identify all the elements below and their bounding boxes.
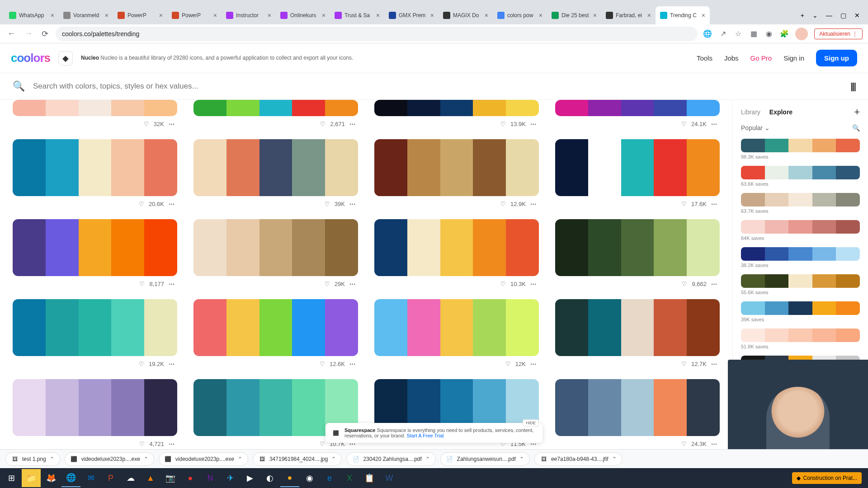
- color-swatch[interactable]: [13, 219, 46, 276]
- color-swatch[interactable]: [259, 100, 292, 116]
- color-swatch[interactable]: [440, 100, 473, 116]
- ad-hide-button[interactable]: HIDE: [523, 419, 539, 427]
- color-swatch[interactable]: [292, 299, 325, 356]
- sidebar-palette-item[interactable]: 39K saves: [741, 301, 860, 322]
- more-icon[interactable]: ⋯: [711, 121, 718, 127]
- sidebar-palette-item[interactable]: 55.6K saves: [741, 274, 860, 295]
- extension-icon-2[interactable]: ◉: [764, 29, 774, 38]
- palette-swatches[interactable]: [13, 299, 177, 356]
- chevron-icon[interactable]: ⌃: [50, 456, 54, 462]
- color-swatch[interactable]: [621, 139, 654, 196]
- color-swatch[interactable]: [144, 139, 177, 196]
- sidebar-swatches[interactable]: [741, 247, 860, 261]
- color-swatch[interactable]: [687, 379, 720, 436]
- tb-word[interactable]: W: [380, 469, 399, 487]
- color-swatch[interactable]: [741, 301, 765, 315]
- color-swatch[interactable]: [788, 139, 812, 152]
- browser-tab[interactable]: WhatsApp×: [5, 6, 59, 24]
- browser-tab[interactable]: Onlinekurs×: [276, 6, 330, 24]
- color-swatch[interactable]: [812, 193, 836, 206]
- palette-swatches[interactable]: [13, 139, 177, 196]
- tab-close-icon[interactable]: ×: [213, 12, 217, 19]
- color-swatch[interactable]: [765, 274, 789, 288]
- browser-tab[interactable]: Instructor×: [222, 6, 276, 24]
- color-swatch[interactable]: [193, 100, 226, 116]
- profile-avatar[interactable]: [795, 28, 808, 40]
- window-minimize[interactable]: —: [826, 12, 832, 19]
- coolors-logo[interactable]: coolors: [11, 51, 50, 65]
- color-swatch[interactable]: [741, 193, 765, 206]
- color-swatch[interactable]: [13, 379, 46, 436]
- color-swatch[interactable]: [588, 219, 621, 276]
- heart-icon[interactable]: ♡: [325, 281, 330, 287]
- tb-outlook[interactable]: ✉: [81, 469, 100, 487]
- color-swatch[interactable]: [765, 247, 789, 261]
- nav-gopro[interactable]: Go Pro: [750, 54, 772, 62]
- color-swatch[interactable]: [144, 379, 177, 436]
- color-swatch[interactable]: [226, 139, 259, 196]
- color-swatch[interactable]: [325, 100, 358, 116]
- sidebar-tab-explore[interactable]: Explore: [769, 108, 793, 116]
- sidebar-swatches[interactable]: [741, 274, 860, 288]
- color-swatch[interactable]: [836, 328, 860, 342]
- browser-tab[interactable]: Voranmeld×: [59, 6, 113, 24]
- chevron-icon[interactable]: ⌃: [612, 456, 617, 462]
- search-input[interactable]: [33, 82, 842, 91]
- browser-tab[interactable]: Farbrad, ei×: [601, 6, 656, 24]
- color-swatch[interactable]: [812, 166, 836, 179]
- color-swatch[interactable]: [788, 328, 812, 342]
- color-swatch[interactable]: [440, 139, 473, 196]
- more-icon[interactable]: ⋯: [169, 281, 175, 287]
- palette-swatches[interactable]: [193, 139, 358, 196]
- chevron-icon[interactable]: ⌃: [425, 456, 430, 462]
- palette-swatches[interactable]: [13, 379, 177, 436]
- sidebar-palette-item[interactable]: 51.8K saves: [741, 328, 860, 349]
- browser-tab[interactable]: Trending C×: [656, 6, 710, 24]
- palette-swatches[interactable]: [193, 100, 358, 116]
- palette-swatches[interactable]: [555, 139, 720, 196]
- color-swatch[interactable]: [654, 219, 687, 276]
- chevron-icon[interactable]: ⌃: [519, 456, 524, 462]
- color-swatch[interactable]: [46, 299, 79, 356]
- heart-icon[interactable]: ♡: [500, 121, 506, 127]
- sidebar-tab-library[interactable]: Library: [741, 108, 760, 116]
- heart-icon[interactable]: ♡: [505, 361, 511, 367]
- color-swatch[interactable]: [788, 301, 812, 315]
- download-item[interactable]: 🖼ee7a180a-b948-43....jfif⌃: [534, 452, 623, 466]
- color-swatch[interactable]: [741, 166, 765, 179]
- color-swatch[interactable]: [506, 299, 539, 356]
- color-swatch[interactable]: [788, 274, 812, 288]
- color-swatch[interactable]: [111, 379, 144, 436]
- tab-close-icon[interactable]: ×: [105, 12, 108, 19]
- browser-tab[interactable]: Trust & Sa×: [330, 6, 384, 24]
- extension-icon[interactable]: ▦: [749, 29, 758, 38]
- sidebar-palette-item[interactable]: 64K saves: [741, 220, 860, 241]
- color-swatch[interactable]: [473, 299, 506, 356]
- color-swatch[interactable]: [407, 219, 440, 276]
- sidebar-swatches[interactable]: [741, 139, 860, 152]
- browser-tab[interactable]: colors pow×: [493, 6, 547, 24]
- color-swatch[interactable]: [812, 328, 836, 342]
- start-button[interactable]: ⊞: [2, 469, 21, 487]
- color-swatch[interactable]: [788, 166, 812, 179]
- palette-swatches[interactable]: [374, 219, 539, 276]
- color-swatch[interactable]: [506, 219, 539, 276]
- color-swatch[interactable]: [259, 139, 292, 196]
- color-swatch[interactable]: [654, 139, 687, 196]
- tab-close-icon[interactable]: ×: [51, 12, 54, 19]
- color-swatch[interactable]: [765, 166, 789, 179]
- color-swatch[interactable]: [292, 219, 325, 276]
- color-swatch[interactable]: [555, 379, 588, 436]
- tb-app6[interactable]: ●: [280, 469, 299, 487]
- color-swatch[interactable]: [741, 274, 765, 288]
- heart-icon[interactable]: ♡: [500, 281, 506, 287]
- color-swatch[interactable]: [788, 220, 812, 234]
- update-button[interactable]: Aktualisieren ⋮: [814, 28, 863, 39]
- color-swatch[interactable]: [765, 301, 789, 315]
- color-swatch[interactable]: [292, 139, 325, 196]
- color-swatch[interactable]: [226, 100, 259, 116]
- browser-tab[interactable]: GMX Prem×: [384, 6, 439, 24]
- heart-icon[interactable]: ♡: [681, 201, 687, 207]
- heart-icon[interactable]: ♡: [139, 201, 144, 207]
- tb-excel[interactable]: X: [340, 469, 359, 487]
